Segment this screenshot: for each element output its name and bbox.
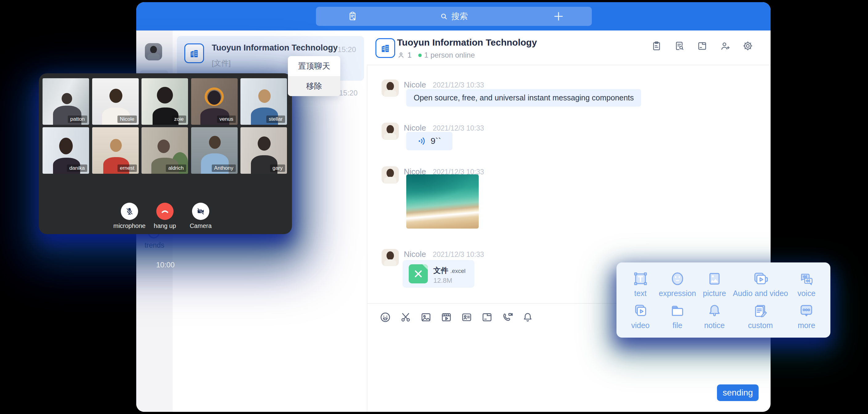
add-button[interactable] bbox=[552, 10, 565, 23]
message-avatar[interactable] bbox=[381, 249, 399, 266]
voice-wave-icon bbox=[418, 136, 428, 146]
call-log-button[interactable] bbox=[651, 40, 662, 52]
avatar-silhouette-body bbox=[384, 90, 396, 97]
message-timestamp: 2021/12/3 10:33 bbox=[433, 124, 484, 132]
chat-item-preview: [文件] bbox=[212, 58, 230, 68]
video-tile[interactable]: gary bbox=[241, 127, 287, 174]
bell-icon bbox=[522, 311, 534, 323]
camera-muted-icon bbox=[196, 207, 205, 216]
self-avatar[interactable] bbox=[145, 43, 162, 60]
add-member-button[interactable] bbox=[719, 40, 731, 52]
message-avatar[interactable] bbox=[381, 123, 399, 140]
conversation-title: Tuoyun Information Technology bbox=[397, 37, 537, 48]
message-types-popup: text expression picture bbox=[617, 262, 830, 338]
avatar-silhouette-head bbox=[386, 251, 394, 260]
file-button[interactable] bbox=[481, 311, 493, 323]
file-size: 12.8M bbox=[433, 277, 452, 285]
video-tile[interactable]: venus bbox=[191, 78, 238, 125]
picture-button[interactable] bbox=[420, 311, 432, 323]
screenshot-button[interactable] bbox=[400, 311, 412, 323]
phone-video-icon bbox=[501, 311, 514, 323]
video-tile[interactable]: patton bbox=[42, 78, 89, 125]
video-tile[interactable]: Nicole bbox=[92, 78, 139, 125]
org-avatar-box bbox=[184, 43, 204, 63]
image-message-beach[interactable] bbox=[406, 174, 479, 229]
file-ext: .excel bbox=[450, 268, 466, 274]
custom-doc-icon bbox=[752, 302, 769, 319]
group-files-button[interactable] bbox=[696, 40, 708, 52]
participant-name: Nicole bbox=[118, 116, 137, 123]
participant-name: gary bbox=[270, 164, 285, 172]
emoji-button[interactable] bbox=[379, 311, 392, 323]
video-tile[interactable]: zoie bbox=[142, 78, 188, 125]
video-clip-button[interactable] bbox=[440, 311, 453, 323]
sidebar-item-trends[interactable]: trends bbox=[136, 241, 173, 250]
call-timer: 10:00 bbox=[39, 261, 292, 269]
contact-card-button[interactable] bbox=[461, 311, 473, 323]
clipboard-icon bbox=[651, 40, 662, 52]
chat-history-button[interactable] bbox=[674, 40, 685, 52]
message-sender: Nicole bbox=[404, 123, 426, 133]
message-avatar[interactable] bbox=[381, 79, 399, 97]
popup-item-label: video bbox=[631, 321, 650, 330]
video-tile[interactable]: danika bbox=[42, 127, 89, 174]
avatar-silhouette-body bbox=[147, 53, 160, 60]
more-bubble-icon bbox=[798, 302, 815, 319]
avatar-silhouette-body bbox=[384, 177, 396, 184]
menu-item-remove[interactable]: 移除 bbox=[288, 76, 340, 96]
chat-item-time: 15:20 bbox=[338, 45, 356, 54]
file-name: 文件 .excel bbox=[433, 265, 465, 276]
popup-item-label: more bbox=[798, 321, 815, 330]
id-card-icon bbox=[461, 311, 473, 323]
camera-toggle-button[interactable] bbox=[192, 203, 209, 220]
popup-item-custom[interactable]: custom bbox=[733, 300, 788, 332]
popup-item-expression[interactable]: expression bbox=[659, 268, 696, 300]
plus-icon bbox=[552, 10, 565, 23]
popup-item-audio-video[interactable]: Audio and video bbox=[733, 268, 788, 300]
video-tile[interactable]: stellar bbox=[241, 78, 287, 125]
avatar-silhouette-body bbox=[384, 259, 396, 266]
popup-item-text[interactable]: text bbox=[622, 268, 659, 300]
file-message-card[interactable]: 文件 .excel 12.8M bbox=[403, 260, 474, 288]
settings-button[interactable] bbox=[742, 40, 753, 52]
hang-up-icon bbox=[160, 207, 169, 216]
send-button[interactable]: sending bbox=[717, 384, 758, 401]
popup-item-picture[interactable]: picture bbox=[696, 268, 733, 300]
building-icon bbox=[379, 42, 391, 54]
popup-item-label: custom bbox=[748, 321, 773, 330]
expression-icon bbox=[669, 270, 686, 287]
emoji-icon bbox=[379, 311, 392, 323]
bell-icon bbox=[706, 302, 723, 319]
avatar-silhouette-head bbox=[386, 82, 394, 91]
title-bar: 搜索 bbox=[136, 2, 771, 31]
picture-icon bbox=[420, 311, 432, 323]
popup-item-voice[interactable]: voice bbox=[788, 268, 825, 300]
video-tile[interactable]: aldrich bbox=[142, 127, 188, 174]
video-tile[interactable]: ernest bbox=[92, 127, 139, 174]
mic-muted-icon bbox=[125, 207, 134, 216]
microphone-toggle-button[interactable] bbox=[121, 203, 138, 220]
online-status: 1 person online bbox=[424, 51, 475, 59]
popup-item-label: expression bbox=[659, 289, 696, 298]
person-add-icon bbox=[719, 40, 731, 52]
org-avatar-box bbox=[375, 38, 395, 58]
search-bar[interactable]: 搜索 bbox=[316, 7, 592, 26]
popup-item-video[interactable]: video bbox=[622, 300, 659, 332]
avatar-silhouette-head bbox=[386, 125, 394, 134]
hang-up-button[interactable] bbox=[156, 203, 174, 220]
search-area[interactable]: 搜索 bbox=[316, 7, 592, 26]
clapper-icon bbox=[440, 311, 453, 323]
folder-icon bbox=[481, 311, 493, 323]
popup-item-label: voice bbox=[798, 289, 815, 298]
notification-button[interactable] bbox=[522, 311, 534, 323]
popup-item-more[interactable]: more bbox=[788, 300, 825, 332]
call-button[interactable] bbox=[501, 311, 514, 323]
voice-message-bubble[interactable]: 9`` bbox=[406, 132, 453, 150]
message-avatar[interactable] bbox=[381, 166, 399, 184]
message-sender: Nicole bbox=[404, 80, 426, 90]
text-message-bubble[interactable]: Open source, free, and universal instant… bbox=[406, 89, 641, 106]
menu-item-pin-chat[interactable]: 置顶聊天 bbox=[288, 56, 340, 76]
popup-item-file[interactable]: file bbox=[659, 300, 696, 332]
popup-item-notice[interactable]: notice bbox=[696, 300, 733, 332]
video-tile[interactable]: Anthony bbox=[191, 127, 238, 174]
